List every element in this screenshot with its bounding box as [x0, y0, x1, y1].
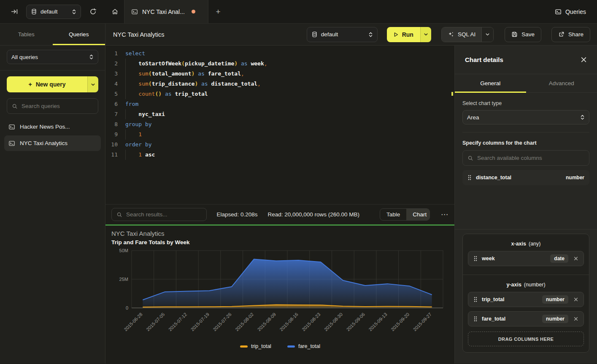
save-icon: [511, 31, 518, 38]
code-line[interactable]: 10order by: [105, 140, 454, 150]
queries-sidebar: All queries + New query: [0, 46, 105, 364]
home-tab-button[interactable]: [105, 0, 124, 23]
y-axis-label: y-axis: [506, 282, 521, 288]
chevron-down-icon: [485, 32, 490, 37]
sidebar-filter-section: All queries: [0, 46, 105, 70]
code-line[interactable]: 8group by: [105, 119, 454, 129]
sql-ai-button[interactable]: SQL AI: [442, 27, 481, 42]
svg-text:2015-07-05: 2015-07-05: [145, 312, 165, 332]
new-query-button[interactable]: + New query: [7, 76, 87, 92]
query-list-item[interactable]: Hacker News Pos...: [4, 119, 101, 135]
query-list-item[interactable]: NYC Taxi Analytics: [4, 135, 101, 151]
legend-label: trip_total: [251, 343, 271, 349]
code-line[interactable]: 6from: [105, 99, 454, 109]
collapse-sidebar-icon: [11, 8, 18, 15]
collapse-sidebar-button[interactable]: [8, 6, 20, 18]
code-content: sum(trip_distance) as distance_total,: [124, 79, 261, 89]
drag-handle-icon[interactable]: [473, 297, 478, 302]
main-column: 1select2 toStartOfWeek(pickup_datetime) …: [105, 46, 455, 364]
chart-type-select[interactable]: Area: [462, 110, 589, 124]
more-options-icon[interactable]: ⋯: [441, 210, 448, 219]
code-line[interactable]: 4 sum(trip_distance) as distance_total,: [105, 79, 454, 89]
tab-general[interactable]: General: [455, 74, 526, 92]
svg-text:2015-08-02: 2015-08-02: [234, 312, 254, 332]
remove-column-icon[interactable]: [573, 316, 578, 321]
sidebar-tab-queries[interactable]: Queries: [53, 24, 105, 45]
svg-text:2015-08-09: 2015-08-09: [257, 312, 277, 332]
new-tab-button[interactable]: +: [208, 0, 228, 23]
chart-type-label: Select chart type: [462, 100, 589, 106]
legend-item-fare_total[interactable]: fare_total: [287, 343, 320, 349]
general-tab-label: General: [480, 80, 500, 86]
sql-editor[interactable]: 1select2 toStartOfWeek(pickup_datetime) …: [105, 46, 454, 205]
code-line[interactable]: 11 1 asc: [105, 150, 454, 160]
chart-type-value: Area: [467, 114, 577, 121]
updown-chevron-icon: [368, 32, 373, 38]
code-line[interactable]: 2 toStartOfWeek(pickup_datetime) as week…: [105, 59, 454, 69]
drag-handle-icon[interactable]: [473, 256, 478, 262]
column-row-trip_total[interactable]: trip_totalnumber: [468, 292, 584, 307]
close-panel-button[interactable]: [581, 57, 587, 63]
advanced-tab-label: Advanced: [549, 80, 574, 86]
svg-text:2015-06-28: 2015-06-28: [123, 312, 143, 332]
share-icon: [558, 31, 565, 38]
code-line[interactable]: 5 count() as trip_total: [105, 89, 454, 99]
top-bar: default NYC Taxi Anal... + Queries: [0, 0, 597, 24]
table-view-button[interactable]: Table: [380, 209, 406, 220]
search-columns-input[interactable]: [477, 155, 584, 161]
specify-columns-label: Specify columns for the chart: [462, 140, 589, 146]
results-toolbar: Elapsed: 0.208s Read: 20,000,000 rows (2…: [105, 205, 454, 224]
search-queries-input[interactable]: [22, 103, 93, 109]
new-query-button-group: + New query: [7, 76, 98, 92]
share-button-label: Share: [568, 31, 583, 38]
refresh-button[interactable]: [87, 6, 99, 18]
database-selector[interactable]: default: [26, 5, 81, 19]
line-number: 8: [105, 119, 124, 129]
code-line[interactable]: 3 sum(total_amount) as fare_total,: [105, 69, 454, 79]
database-icon: [311, 31, 318, 38]
line-number: 7: [105, 109, 124, 119]
sidebar-actions-section: + New query: [0, 70, 105, 114]
code-line[interactable]: 7 nyc_taxi: [105, 109, 454, 119]
area-chart-canvas[interactable]: 025M50M2015-06-282015-07-052015-07-12201…: [111, 247, 449, 341]
search-columns-box: [462, 150, 589, 166]
share-button[interactable]: Share: [551, 27, 590, 42]
run-button[interactable]: Run: [387, 27, 420, 42]
run-database-selector[interactable]: default: [307, 27, 378, 42]
new-query-options-button[interactable]: [87, 76, 98, 92]
code-line[interactable]: 9 1: [105, 129, 454, 140]
sql-ai-options-button[interactable]: [481, 27, 493, 42]
svg-text:2015-09-06: 2015-09-06: [346, 312, 366, 332]
chart-view-button[interactable]: Chart: [406, 209, 430, 220]
line-number: 3: [105, 69, 124, 79]
query-header: NYC Taxi Analytics default Run SQL: [105, 24, 597, 45]
line-number: 4: [105, 79, 124, 89]
queries-filter-select[interactable]: All queries: [7, 50, 98, 64]
code-content: nyc_taxi: [124, 109, 165, 119]
sidebar-tab-tables[interactable]: Tables: [0, 24, 53, 45]
drop-zone[interactable]: DRAG COLUMNS HERE: [468, 332, 584, 346]
run-options-button[interactable]: [420, 27, 431, 42]
remove-column-icon[interactable]: [573, 256, 578, 261]
remove-column-icon[interactable]: [573, 297, 578, 302]
panel-bottom-gap: [455, 353, 597, 364]
drag-handle-icon[interactable]: [467, 175, 472, 181]
tab-nyc-taxi-analytics[interactable]: NYC Taxi Anal...: [124, 0, 208, 23]
column-row-week[interactable]: weekdate: [468, 251, 584, 266]
legend-item-trip_total[interactable]: trip_total: [240, 343, 271, 349]
code-line[interactable]: 1select: [105, 49, 454, 59]
column-row-distance_total[interactable]: distance_totalnumber: [462, 170, 589, 185]
drag-handle-icon[interactable]: [473, 316, 478, 322]
queries-panel-button[interactable]: Queries: [555, 8, 586, 15]
search-icon: [12, 103, 18, 109]
column-type-badge: number: [542, 295, 568, 304]
save-button[interactable]: Save: [505, 27, 541, 42]
code-content: select: [124, 49, 145, 59]
chart-details-content: Select chart type Area Specify columns f…: [455, 93, 597, 364]
x-axis-header: x-axis(any): [468, 241, 584, 247]
play-icon: [393, 32, 399, 38]
plus-icon: +: [29, 81, 32, 88]
search-results-input[interactable]: [126, 211, 202, 218]
tab-advanced[interactable]: Advanced: [526, 74, 597, 92]
column-row-fare_total[interactable]: fare_totalnumber: [468, 311, 584, 326]
